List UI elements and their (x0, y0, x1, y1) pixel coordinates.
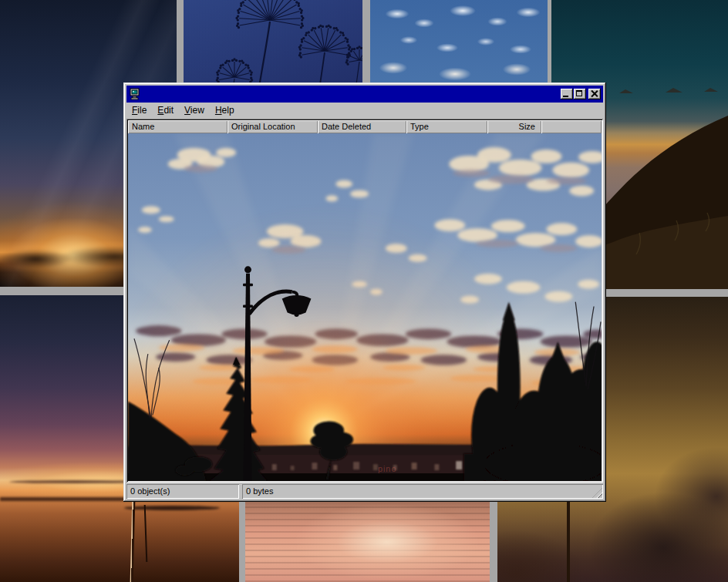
status-object-count: 0 object(s) (126, 484, 239, 499)
column-header-original-location[interactable]: Original Location (228, 120, 318, 133)
column-header-date-deleted[interactable]: Date Deleted (318, 120, 406, 133)
list-view-container: Name Original Location Date Deleted Type… (126, 119, 603, 483)
list-view-empty-area[interactable]: pino (128, 133, 602, 481)
menu-help[interactable]: Help (211, 103, 239, 117)
background-pole (567, 500, 570, 582)
computer-icon (129, 88, 141, 100)
recycle-bin-window: File Edit View Help Name Original Locati… (123, 82, 606, 502)
photo-watermark: pino (378, 464, 397, 473)
water-pole (144, 505, 148, 562)
column-header-size[interactable]: Size (487, 120, 541, 133)
title-bar[interactable] (126, 86, 603, 103)
column-header-row: Name Original Location Date Deleted Type… (128, 120, 602, 133)
close-button[interactable] (588, 89, 601, 99)
column-header-type[interactable]: Type (406, 120, 487, 133)
maximize-icon (576, 90, 582, 96)
status-bar: 0 object(s) 0 bytes (126, 484, 603, 499)
menu-edit[interactable]: Edit (153, 103, 178, 117)
minimize-icon (563, 96, 568, 97)
desktop: File Edit View Help Name Original Locati… (0, 0, 728, 582)
shore-patch (124, 506, 220, 510)
status-byte-count: 0 bytes (242, 484, 603, 499)
column-header-name[interactable]: Name (128, 120, 228, 133)
column-header-filler (541, 120, 602, 133)
menu-file[interactable]: File (127, 103, 151, 117)
maximize-button[interactable] (574, 89, 586, 99)
cloud-streak (9, 480, 141, 483)
water-pole (130, 502, 136, 582)
minimize-button[interactable] (561, 89, 573, 99)
menu-view[interactable]: View (180, 103, 209, 117)
menu-bar: File Edit View Help (126, 103, 603, 118)
wallpaper-sunset-photo: pino (128, 133, 602, 481)
close-icon (591, 90, 598, 97)
